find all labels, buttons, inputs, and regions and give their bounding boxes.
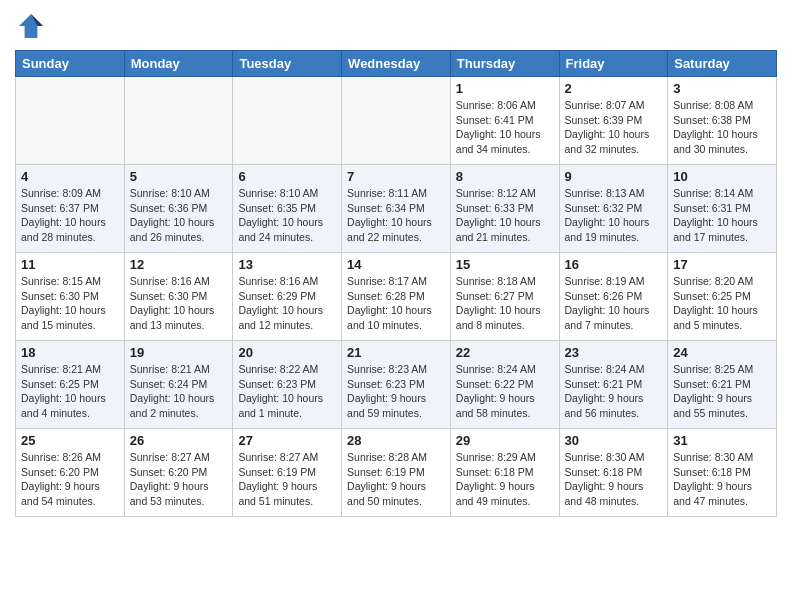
calendar-cell: 21Sunrise: 8:23 AMSunset: 6:23 PMDayligh… [342,341,451,429]
day-info: Sunrise: 8:30 AMSunset: 6:18 PMDaylight:… [565,450,663,509]
day-number: 4 [21,169,119,184]
day-number: 31 [673,433,771,448]
calendar-cell: 4Sunrise: 8:09 AMSunset: 6:37 PMDaylight… [16,165,125,253]
day-info: Sunrise: 8:25 AMSunset: 6:21 PMDaylight:… [673,362,771,421]
calendar-cell [342,77,451,165]
day-number: 26 [130,433,228,448]
day-number: 1 [456,81,554,96]
calendar-header-row: SundayMondayTuesdayWednesdayThursdayFrid… [16,51,777,77]
day-info: Sunrise: 8:12 AMSunset: 6:33 PMDaylight:… [456,186,554,245]
calendar-week-row: 4Sunrise: 8:09 AMSunset: 6:37 PMDaylight… [16,165,777,253]
day-info: Sunrise: 8:28 AMSunset: 6:19 PMDaylight:… [347,450,445,509]
calendar-week-row: 25Sunrise: 8:26 AMSunset: 6:20 PMDayligh… [16,429,777,517]
calendar-cell: 11Sunrise: 8:15 AMSunset: 6:30 PMDayligh… [16,253,125,341]
calendar-header-thursday: Thursday [450,51,559,77]
day-number: 8 [456,169,554,184]
calendar-cell: 24Sunrise: 8:25 AMSunset: 6:21 PMDayligh… [668,341,777,429]
calendar-cell: 3Sunrise: 8:08 AMSunset: 6:38 PMDaylight… [668,77,777,165]
day-info: Sunrise: 8:17 AMSunset: 6:28 PMDaylight:… [347,274,445,333]
calendar-week-row: 11Sunrise: 8:15 AMSunset: 6:30 PMDayligh… [16,253,777,341]
day-info: Sunrise: 8:23 AMSunset: 6:23 PMDaylight:… [347,362,445,421]
day-number: 29 [456,433,554,448]
calendar: SundayMondayTuesdayWednesdayThursdayFrid… [15,50,777,517]
calendar-header-friday: Friday [559,51,668,77]
calendar-cell: 6Sunrise: 8:10 AMSunset: 6:35 PMDaylight… [233,165,342,253]
calendar-cell: 1Sunrise: 8:06 AMSunset: 6:41 PMDaylight… [450,77,559,165]
calendar-cell: 26Sunrise: 8:27 AMSunset: 6:20 PMDayligh… [124,429,233,517]
calendar-cell: 8Sunrise: 8:12 AMSunset: 6:33 PMDaylight… [450,165,559,253]
day-info: Sunrise: 8:13 AMSunset: 6:32 PMDaylight:… [565,186,663,245]
day-info: Sunrise: 8:26 AMSunset: 6:20 PMDaylight:… [21,450,119,509]
calendar-week-row: 18Sunrise: 8:21 AMSunset: 6:25 PMDayligh… [16,341,777,429]
calendar-week-row: 1Sunrise: 8:06 AMSunset: 6:41 PMDaylight… [16,77,777,165]
calendar-cell: 22Sunrise: 8:24 AMSunset: 6:22 PMDayligh… [450,341,559,429]
day-info: Sunrise: 8:29 AMSunset: 6:18 PMDaylight:… [456,450,554,509]
header [15,10,777,42]
calendar-cell: 9Sunrise: 8:13 AMSunset: 6:32 PMDaylight… [559,165,668,253]
day-number: 19 [130,345,228,360]
day-info: Sunrise: 8:21 AMSunset: 6:25 PMDaylight:… [21,362,119,421]
day-number: 18 [21,345,119,360]
calendar-cell: 27Sunrise: 8:27 AMSunset: 6:19 PMDayligh… [233,429,342,517]
calendar-cell: 7Sunrise: 8:11 AMSunset: 6:34 PMDaylight… [342,165,451,253]
calendar-header-monday: Monday [124,51,233,77]
day-number: 3 [673,81,771,96]
calendar-cell: 29Sunrise: 8:29 AMSunset: 6:18 PMDayligh… [450,429,559,517]
day-info: Sunrise: 8:16 AMSunset: 6:30 PMDaylight:… [130,274,228,333]
logo-icon [15,10,47,42]
day-number: 14 [347,257,445,272]
day-number: 7 [347,169,445,184]
day-number: 23 [565,345,663,360]
day-number: 30 [565,433,663,448]
day-info: Sunrise: 8:18 AMSunset: 6:27 PMDaylight:… [456,274,554,333]
calendar-cell: 18Sunrise: 8:21 AMSunset: 6:25 PMDayligh… [16,341,125,429]
calendar-cell: 19Sunrise: 8:21 AMSunset: 6:24 PMDayligh… [124,341,233,429]
calendar-cell [233,77,342,165]
day-info: Sunrise: 8:11 AMSunset: 6:34 PMDaylight:… [347,186,445,245]
day-number: 17 [673,257,771,272]
calendar-cell: 14Sunrise: 8:17 AMSunset: 6:28 PMDayligh… [342,253,451,341]
calendar-header-saturday: Saturday [668,51,777,77]
day-info: Sunrise: 8:16 AMSunset: 6:29 PMDaylight:… [238,274,336,333]
day-info: Sunrise: 8:19 AMSunset: 6:26 PMDaylight:… [565,274,663,333]
calendar-cell: 10Sunrise: 8:14 AMSunset: 6:31 PMDayligh… [668,165,777,253]
calendar-cell: 28Sunrise: 8:28 AMSunset: 6:19 PMDayligh… [342,429,451,517]
calendar-cell: 31Sunrise: 8:30 AMSunset: 6:18 PMDayligh… [668,429,777,517]
day-info: Sunrise: 8:30 AMSunset: 6:18 PMDaylight:… [673,450,771,509]
calendar-cell [124,77,233,165]
day-info: Sunrise: 8:21 AMSunset: 6:24 PMDaylight:… [130,362,228,421]
day-info: Sunrise: 8:22 AMSunset: 6:23 PMDaylight:… [238,362,336,421]
day-number: 2 [565,81,663,96]
calendar-header-sunday: Sunday [16,51,125,77]
day-number: 11 [21,257,119,272]
day-number: 10 [673,169,771,184]
day-info: Sunrise: 8:24 AMSunset: 6:22 PMDaylight:… [456,362,554,421]
calendar-cell: 12Sunrise: 8:16 AMSunset: 6:30 PMDayligh… [124,253,233,341]
day-number: 28 [347,433,445,448]
calendar-cell: 2Sunrise: 8:07 AMSunset: 6:39 PMDaylight… [559,77,668,165]
day-number: 13 [238,257,336,272]
calendar-header-tuesday: Tuesday [233,51,342,77]
calendar-cell: 15Sunrise: 8:18 AMSunset: 6:27 PMDayligh… [450,253,559,341]
day-number: 15 [456,257,554,272]
day-info: Sunrise: 8:08 AMSunset: 6:38 PMDaylight:… [673,98,771,157]
day-info: Sunrise: 8:07 AMSunset: 6:39 PMDaylight:… [565,98,663,157]
calendar-cell: 20Sunrise: 8:22 AMSunset: 6:23 PMDayligh… [233,341,342,429]
calendar-cell [16,77,125,165]
day-info: Sunrise: 8:15 AMSunset: 6:30 PMDaylight:… [21,274,119,333]
calendar-cell: 16Sunrise: 8:19 AMSunset: 6:26 PMDayligh… [559,253,668,341]
calendar-cell: 13Sunrise: 8:16 AMSunset: 6:29 PMDayligh… [233,253,342,341]
calendar-cell: 30Sunrise: 8:30 AMSunset: 6:18 PMDayligh… [559,429,668,517]
day-number: 5 [130,169,228,184]
day-number: 21 [347,345,445,360]
day-number: 20 [238,345,336,360]
day-number: 12 [130,257,228,272]
calendar-cell: 17Sunrise: 8:20 AMSunset: 6:25 PMDayligh… [668,253,777,341]
day-number: 6 [238,169,336,184]
day-number: 25 [21,433,119,448]
logo [15,10,49,42]
day-info: Sunrise: 8:14 AMSunset: 6:31 PMDaylight:… [673,186,771,245]
day-info: Sunrise: 8:20 AMSunset: 6:25 PMDaylight:… [673,274,771,333]
day-info: Sunrise: 8:27 AMSunset: 6:20 PMDaylight:… [130,450,228,509]
page: SundayMondayTuesdayWednesdayThursdayFrid… [0,0,792,527]
